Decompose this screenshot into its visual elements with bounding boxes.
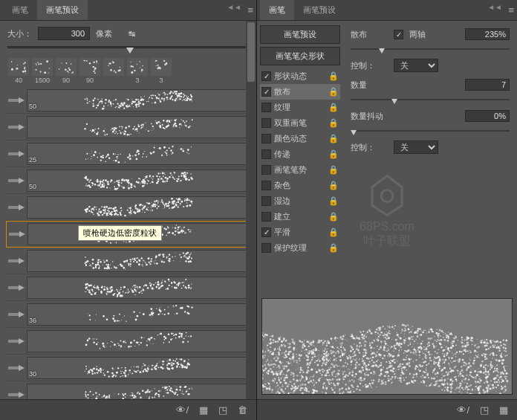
lock-icon[interactable]: 🔒 [328, 149, 339, 159]
brush-preset-item[interactable] [6, 194, 250, 221]
svg-point-775 [97, 212, 99, 214]
size-slider[interactable] [0, 46, 256, 55]
brush-tip[interactable]: 40 [7, 58, 30, 84]
option-row[interactable]: 湿边🔒 [260, 193, 340, 209]
option-row[interactable]: 杂色🔒 [260, 178, 340, 193]
tab-brush-presets-right[interactable]: 画笔预设 [294, 0, 345, 20]
brush-tip[interactable]: 1500 [31, 58, 53, 84]
brush-preset-item[interactable]: 50 [6, 87, 250, 114]
left-scrollbar[interactable] [246, 21, 256, 399]
brush-preset-item[interactable]: 36 [6, 301, 250, 328]
option-checkbox[interactable] [261, 196, 271, 206]
lock-icon[interactable]: 🔒 [328, 227, 339, 237]
brush-preset-item[interactable] [6, 274, 250, 301]
lock-icon[interactable]: 🔒 [328, 181, 339, 190]
tab-brush[interactable]: 画笔 [3, 0, 37, 20]
lock-icon[interactable]: 🔒 [328, 118, 339, 128]
option-checkbox[interactable] [261, 165, 271, 175]
scatter-slider[interactable] [351, 46, 510, 54]
lock-icon[interactable]: 🔒 [328, 103, 339, 112]
both-axes-checkbox[interactable] [394, 30, 403, 39]
doc-icon[interactable]: ▦ [199, 404, 208, 416]
toggle-preview-icon[interactable]: 👁/ [176, 404, 189, 416]
lock-icon[interactable]: 🔒 [328, 134, 339, 143]
option-checkbox[interactable] [261, 134, 271, 143]
option-row[interactable]: 平滑🔒 [260, 224, 340, 240]
option-row[interactable]: 形状动态🔒 [260, 68, 340, 84]
count-input[interactable] [465, 79, 510, 91]
option-label[interactable]: 传递 [274, 149, 325, 160]
jitter-slider[interactable] [351, 128, 510, 135]
lock-icon[interactable]: 🔒 [328, 71, 339, 81]
brush-list[interactable]: 喷枪硬边低密度粒状 50255036309 [0, 87, 256, 399]
panel-menu-icon[interactable]: ≡ [247, 4, 253, 16]
option-label[interactable]: 纹理 [274, 102, 325, 113]
option-checkbox[interactable] [261, 87, 271, 97]
brush-preset-item[interactable] [6, 381, 250, 399]
trash-icon[interactable]: 🗑 [238, 404, 247, 416]
tab-brush-right[interactable]: 画笔 [260, 0, 294, 20]
brush-tip[interactable]: 90 [79, 58, 101, 84]
option-checkbox[interactable] [261, 243, 271, 253]
option-checkbox[interactable] [261, 71, 271, 81]
option-checkbox[interactable] [261, 212, 271, 222]
collapse-icon[interactable]: ◄◄ [227, 3, 241, 11]
lock-icon[interactable]: 🔒 [328, 243, 339, 253]
option-checkbox[interactable] [261, 227, 271, 237]
control2-select[interactable]: 关 [394, 140, 438, 154]
brush-handle-icon [6, 196, 27, 219]
new-preset-icon[interactable]: ◳ [480, 404, 489, 416]
brush-tip[interactable]: 3 [150, 58, 172, 84]
option-row[interactable]: 传递🔒 [260, 146, 340, 162]
lock-icon[interactable]: 🔒 [328, 212, 339, 222]
brush-presets-button[interactable]: 画笔预设 [260, 25, 340, 44]
jitter-input[interactable] [465, 110, 510, 122]
brush-tip[interactable]: 90 [55, 58, 77, 84]
tab-brush-presets[interactable]: 画笔预设 [37, 0, 88, 20]
brush-preset-item[interactable] [6, 114, 250, 140]
lock-icon[interactable]: 🔒 [328, 196, 339, 206]
brush-preset-item[interactable]: 25 [6, 140, 250, 167]
option-label[interactable]: 平滑 [274, 227, 325, 238]
count-slider[interactable] [351, 97, 510, 104]
option-label[interactable]: 颜色动态 [274, 133, 325, 144]
option-row[interactable]: 纹理🔒 [260, 100, 340, 115]
option-label[interactable]: 湿边 [274, 196, 325, 207]
new-icon[interactable]: ◳ [218, 404, 227, 416]
option-row[interactable]: 保护纹理🔒 [260, 240, 340, 256]
option-label[interactable]: 散布 [274, 86, 325, 97]
option-row[interactable]: 双重画笔🔒 [260, 115, 340, 131]
option-label[interactable]: 保护纹理 [274, 242, 325, 253]
brush-preset-item[interactable]: 30 [6, 355, 250, 381]
lock-icon[interactable]: 🔒 [328, 87, 339, 97]
option-checkbox[interactable] [261, 181, 271, 190]
scatter-value-input[interactable] [465, 28, 510, 40]
control1-select[interactable]: 关 [394, 59, 438, 72]
option-label[interactable]: 建立 [274, 211, 325, 222]
toggle-preview-icon-r[interactable]: 👁/ [457, 404, 469, 416]
collapse-icon-right[interactable]: ◄◄ [487, 3, 502, 11]
flip-icon[interactable]: ↹ [124, 27, 139, 40]
panel-menu-icon-right[interactable]: ≡ [508, 4, 514, 16]
option-checkbox[interactable] [261, 118, 271, 128]
option-label[interactable]: 画笔笔势 [274, 164, 325, 175]
brush-tip-shape-button[interactable]: 画笔笔尖形状 [260, 47, 340, 65]
option-label[interactable]: 形状动态 [274, 71, 325, 82]
brush-tip[interactable] [103, 58, 125, 84]
brush-tip[interactable]: 3 [126, 58, 149, 84]
option-row[interactable]: 散布🔒 [260, 84, 340, 100]
brush-preset-item[interactable]: 50 [6, 167, 250, 194]
option-row[interactable]: 画笔笔势🔒 [260, 162, 340, 178]
option-checkbox[interactable] [261, 103, 271, 112]
option-label[interactable]: 双重画笔 [274, 117, 325, 129]
option-label[interactable]: 杂色 [274, 180, 325, 191]
doc-icon-r[interactable]: ▦ [499, 404, 508, 416]
brush-preset-item[interactable] [6, 328, 250, 355]
option-row[interactable]: 建立🔒 [260, 209, 340, 224]
brush-preset-item[interactable] [6, 248, 250, 274]
option-checkbox[interactable] [261, 149, 271, 159]
option-row[interactable]: 颜色动态🔒 [260, 131, 340, 146]
svg-point-1394 [103, 315, 105, 317]
size-input[interactable] [38, 27, 90, 40]
lock-icon[interactable]: 🔒 [328, 165, 339, 175]
